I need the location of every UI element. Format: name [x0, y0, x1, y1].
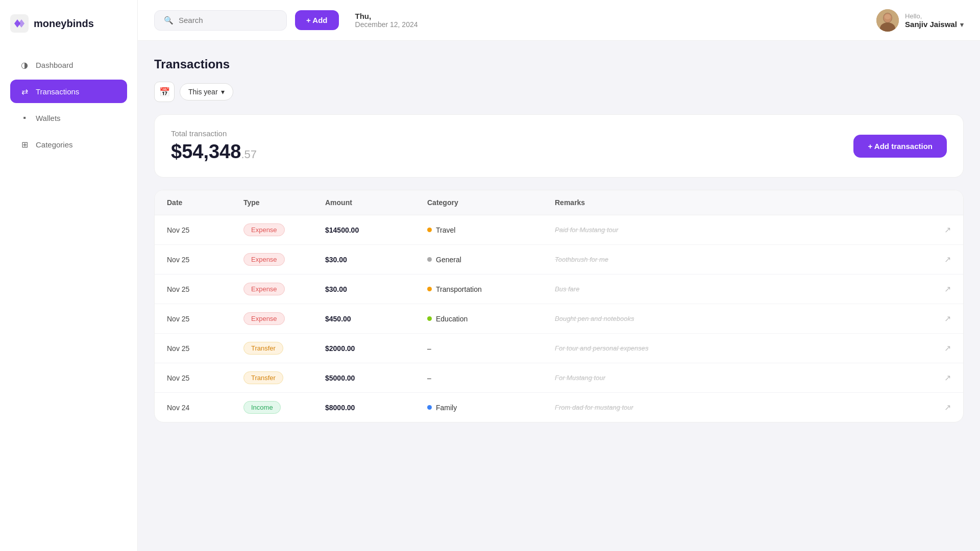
cell-date: Nov 25	[167, 256, 243, 264]
cell-category: –	[427, 344, 555, 353]
cell-date: Nov 25	[167, 285, 243, 293]
logo: moneybinds	[10, 14, 127, 33]
logo-text: moneybinds	[34, 18, 94, 30]
cell-amount: $2000.00	[325, 344, 427, 353]
total-info: Total transaction $54,348.57	[171, 129, 257, 163]
cell-remarks: For Mustang tour	[555, 374, 925, 382]
cell-date: Nov 25	[167, 344, 243, 353]
user-name: Sanjiv Jaiswal ▾	[905, 20, 964, 29]
col-category: Category	[427, 198, 555, 207]
cell-type: Expense	[243, 253, 325, 266]
cell-amount: $5000.00	[325, 374, 427, 382]
cell-remarks: Bought pen and notebooks	[555, 315, 925, 322]
table-row: Nov 25 Expense $30.00 Transportation Bus…	[155, 274, 963, 304]
cell-date: Nov 25	[167, 315, 243, 323]
transactions-icon: ⇄	[19, 86, 30, 96]
cell-type: Income	[243, 401, 325, 414]
category-dot	[427, 287, 432, 291]
search-icon: 🔍	[164, 16, 174, 25]
wallets-icon: ▪	[19, 113, 30, 123]
sidebar-item-label: Dashboard	[36, 61, 73, 69]
add-button[interactable]: + Add	[295, 10, 339, 30]
cell-category: Travel	[427, 226, 555, 234]
cell-amount: $30.00	[325, 256, 427, 264]
col-amount: Amount	[325, 198, 427, 207]
expand-icon[interactable]: ↗	[925, 314, 951, 323]
cell-category: Family	[427, 404, 555, 412]
cell-type: Expense	[243, 283, 325, 295]
chevron-down-icon: ▾	[960, 21, 964, 29]
search-input[interactable]	[179, 16, 277, 24]
total-label: Total transaction	[171, 129, 257, 138]
sidebar-item-transactions[interactable]: ⇄ Transactions	[10, 80, 127, 103]
date-full: December 12, 2024	[355, 20, 869, 29]
categories-icon: ⊞	[19, 139, 30, 149]
year-label: This year	[188, 88, 218, 96]
date-info: Thu, December 12, 2024	[355, 12, 869, 29]
calendar-icon: 📅	[159, 87, 170, 97]
type-badge: Income	[243, 401, 281, 414]
category-dot	[427, 405, 432, 410]
cell-category: Education	[427, 315, 555, 323]
cell-amount: $14500.00	[325, 226, 427, 234]
cell-category: –	[427, 374, 555, 382]
category-dot	[427, 316, 432, 321]
content: Transactions 📅 This year ▾ Total transac…	[138, 41, 980, 551]
table-row: Nov 25 Transfer $2000.00 – For tour and …	[155, 334, 963, 363]
page-title: Transactions	[154, 57, 964, 71]
cell-amount: $8000.00	[325, 404, 427, 412]
user-info: Hello, Sanjiv Jaiswal ▾	[905, 12, 964, 29]
svg-point-5	[885, 14, 891, 19]
type-badge: Expense	[243, 312, 285, 325]
total-amount: $54,348.57	[171, 141, 257, 163]
date-day: Thu,	[355, 12, 869, 20]
cell-amount: $30.00	[325, 285, 427, 293]
type-badge: Expense	[243, 283, 285, 295]
header: 🔍 + Add Thu, December 12, 2024 Hello,	[138, 0, 980, 41]
cell-type: Expense	[243, 312, 325, 325]
cell-type: Transfer	[243, 371, 325, 384]
sidebar-item-categories[interactable]: ⊞ Categories	[10, 133, 127, 156]
cell-type: Transfer	[243, 342, 325, 355]
expand-icon[interactable]: ↗	[925, 343, 951, 353]
main-area: 🔍 + Add Thu, December 12, 2024 Hello,	[138, 0, 980, 551]
add-transaction-button[interactable]: + Add transaction	[853, 135, 947, 158]
col-actions	[925, 198, 951, 207]
table-body: Nov 25 Expense $14500.00 Travel Paid for…	[155, 215, 963, 422]
expand-icon[interactable]: ↗	[925, 225, 951, 235]
calendar-button[interactable]: 📅	[154, 82, 175, 102]
col-remarks: Remarks	[555, 198, 925, 207]
search-bar[interactable]: 🔍	[154, 10, 287, 31]
sidebar-item-label: Transactions	[36, 87, 79, 96]
year-filter[interactable]: This year ▾	[180, 83, 233, 101]
cell-date: Nov 25	[167, 226, 243, 234]
table-row: Nov 25 Expense $30.00 General Toothbrush…	[155, 245, 963, 274]
table-row: Nov 25 Expense $14500.00 Travel Paid for…	[155, 215, 963, 245]
type-badge: Transfer	[243, 342, 283, 355]
cell-date: Nov 24	[167, 404, 243, 412]
transactions-table: Date Type Amount Category Remarks Nov 25…	[154, 190, 964, 422]
table-row: Nov 24 Income $8000.00 Family From dad f…	[155, 393, 963, 422]
expand-icon[interactable]: ↗	[925, 284, 951, 294]
cell-amount: $450.00	[325, 315, 427, 323]
expand-icon[interactable]: ↗	[925, 373, 951, 383]
cell-remarks: Bus fare	[555, 285, 925, 293]
cell-category: Transportation	[427, 285, 555, 293]
sidebar-item-wallets[interactable]: ▪ Wallets	[10, 106, 127, 130]
user-section[interactable]: Hello, Sanjiv Jaiswal ▾	[876, 9, 964, 32]
cell-remarks: Paid for Mustang tour	[555, 226, 925, 234]
cell-type: Expense	[243, 223, 325, 236]
expand-icon[interactable]: ↗	[925, 255, 951, 264]
sidebar-item-dashboard[interactable]: ◑ Dashboard	[10, 53, 127, 77]
logo-icon	[10, 14, 29, 33]
nav-list: ◑ Dashboard ⇄ Transactions ▪ Wallets ⊞ C…	[10, 53, 127, 159]
sidebar-item-label: Categories	[36, 140, 73, 149]
col-type: Type	[243, 198, 325, 207]
cell-remarks: Toothbrush for me	[555, 256, 925, 263]
total-card: Total transaction $54,348.57 + Add trans…	[154, 114, 964, 178]
sidebar-item-label: Wallets	[36, 114, 61, 122]
col-date: Date	[167, 198, 243, 207]
sidebar: moneybinds ◑ Dashboard ⇄ Transactions ▪ …	[0, 0, 138, 551]
table-row: Nov 25 Expense $450.00 Education Bought …	[155, 304, 963, 334]
expand-icon[interactable]: ↗	[925, 403, 951, 412]
